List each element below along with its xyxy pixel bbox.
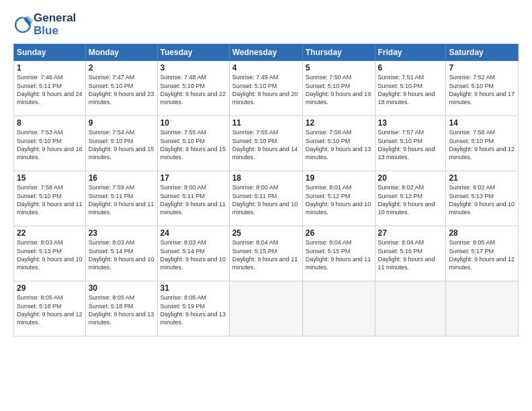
day-details: Sunrise: 7:55 AMSunset: 5:10 PMDaylight:… [161,128,226,161]
day-number: 16 [89,173,154,183]
day-number: 10 [161,118,226,128]
day-number: 15 [17,173,83,183]
day-details: Sunrise: 7:54 AMSunset: 5:10 PMDaylight:… [89,128,154,161]
day-details: Sunrise: 7:57 AMSunset: 5:10 PMDaylight:… [378,128,443,161]
day-details: Sunrise: 8:05 AMSunset: 5:18 PMDaylight:… [17,293,83,326]
day-details: Sunrise: 8:02 AMSunset: 5:12 PMDaylight:… [378,183,443,216]
weekday-header: Tuesday [157,44,229,61]
calendar-day-cell: 6Sunrise: 7:51 AMSunset: 5:10 PMDaylight… [375,61,446,116]
day-number: 25 [232,228,300,238]
day-number: 22 [17,228,83,238]
day-number: 6 [378,63,443,73]
calendar-day-cell: 1Sunrise: 7:46 AMSunset: 5:11 PMDaylight… [14,61,86,116]
day-number: 5 [306,63,372,73]
weekday-header: Wednesday [229,44,302,61]
weekday-header: Saturday [446,44,519,61]
weekday-header: Friday [375,44,446,61]
day-details: Sunrise: 8:03 AMSunset: 5:14 PMDaylight:… [89,238,154,271]
calendar-day-cell: 19Sunrise: 8:01 AMSunset: 5:12 PMDayligh… [302,171,375,226]
calendar-day-cell: 11Sunrise: 7:55 AMSunset: 5:10 PMDayligh… [229,116,302,171]
day-number: 11 [232,118,300,128]
logo-icon [13,15,32,34]
calendar-header-row: SundayMondayTuesdayWednesdayThursdayFrid… [14,44,519,61]
calendar-day-cell [375,281,446,336]
calendar-day-cell: 24Sunrise: 8:03 AMSunset: 5:14 PMDayligh… [157,226,229,281]
day-details: Sunrise: 7:55 AMSunset: 5:10 PMDaylight:… [232,128,300,161]
day-number: 12 [306,118,372,128]
day-details: Sunrise: 8:05 AMSunset: 5:19 PMDaylight:… [161,293,226,326]
day-number: 4 [232,63,300,73]
calendar-week-row: 1Sunrise: 7:46 AMSunset: 5:11 PMDaylight… [14,61,519,116]
day-details: Sunrise: 7:51 AMSunset: 5:10 PMDaylight:… [378,73,443,106]
logo-text-line2: Blue [34,25,76,38]
calendar-day-cell: 20Sunrise: 8:02 AMSunset: 5:12 PMDayligh… [375,171,446,226]
day-details: Sunrise: 7:56 AMSunset: 5:10 PMDaylight:… [306,128,372,161]
calendar-day-cell: 16Sunrise: 7:59 AMSunset: 5:11 PMDayligh… [85,171,157,226]
calendar-week-row: 22Sunrise: 8:03 AMSunset: 5:13 PMDayligh… [14,226,519,281]
day-number: 27 [378,228,443,238]
day-number: 3 [161,63,226,73]
calendar-day-cell: 31Sunrise: 8:05 AMSunset: 5:19 PMDayligh… [157,281,229,336]
weekday-header: Sunday [14,44,86,61]
day-details: Sunrise: 8:00 AMSunset: 5:11 PMDaylight:… [161,183,226,216]
day-number: 21 [449,173,515,183]
calendar-day-cell: 5Sunrise: 7:50 AMSunset: 5:10 PMDaylight… [302,61,375,116]
calendar-week-row: 29Sunrise: 8:05 AMSunset: 5:18 PMDayligh… [14,281,519,336]
day-number: 13 [378,118,443,128]
day-details: Sunrise: 7:53 AMSunset: 5:10 PMDaylight:… [17,128,83,161]
day-number: 19 [306,173,372,183]
day-number: 29 [17,283,83,293]
calendar-week-row: 15Sunrise: 7:58 AMSunset: 5:10 PMDayligh… [14,171,519,226]
calendar-day-cell: 22Sunrise: 8:03 AMSunset: 5:13 PMDayligh… [14,226,86,281]
day-details: Sunrise: 8:04 AMSunset: 5:16 PMDaylight:… [378,238,443,271]
weekday-header: Monday [85,44,157,61]
day-details: Sunrise: 7:58 AMSunset: 5:10 PMDaylight:… [17,183,83,216]
calendar-day-cell: 13Sunrise: 7:57 AMSunset: 5:10 PMDayligh… [375,116,446,171]
calendar-day-cell: 12Sunrise: 7:56 AMSunset: 5:10 PMDayligh… [302,116,375,171]
logo-text-line1: General [34,12,76,25]
calendar-day-cell: 7Sunrise: 7:52 AMSunset: 5:10 PMDaylight… [446,61,519,116]
weekday-header: Thursday [302,44,375,61]
day-number: 20 [378,173,443,183]
calendar-day-cell: 23Sunrise: 8:03 AMSunset: 5:14 PMDayligh… [85,226,157,281]
day-number: 31 [161,283,226,293]
calendar-day-cell: 3Sunrise: 7:48 AMSunset: 5:10 PMDaylight… [157,61,229,116]
day-number: 14 [449,118,515,128]
calendar-day-cell: 14Sunrise: 7:58 AMSunset: 5:10 PMDayligh… [446,116,519,171]
calendar-day-cell [446,281,519,336]
day-details: Sunrise: 7:50 AMSunset: 5:10 PMDaylight:… [306,73,372,106]
day-details: Sunrise: 7:48 AMSunset: 5:10 PMDaylight:… [161,73,226,106]
day-details: Sunrise: 7:58 AMSunset: 5:10 PMDaylight:… [449,128,515,161]
calendar-day-cell: 21Sunrise: 8:02 AMSunset: 5:13 PMDayligh… [446,171,519,226]
day-details: Sunrise: 7:59 AMSunset: 5:11 PMDaylight:… [89,183,154,216]
day-number: 26 [306,228,372,238]
calendar-day-cell: 30Sunrise: 8:05 AMSunset: 5:18 PMDayligh… [85,281,157,336]
day-details: Sunrise: 8:05 AMSunset: 5:18 PMDaylight:… [89,293,154,326]
day-details: Sunrise: 8:01 AMSunset: 5:12 PMDaylight:… [306,183,372,216]
day-details: Sunrise: 8:05 AMSunset: 5:17 PMDaylight:… [449,238,515,271]
day-number: 18 [232,173,300,183]
calendar-page: General Blue SundayMondayTuesdayWednesda… [0,0,532,411]
day-details: Sunrise: 7:49 AMSunset: 5:10 PMDaylight:… [232,73,300,106]
calendar-table: SundayMondayTuesdayWednesdayThursdayFrid… [13,44,519,336]
header: General Blue [13,12,519,37]
day-number: 2 [89,63,154,73]
day-number: 28 [449,228,515,238]
calendar-day-cell: 2Sunrise: 7:47 AMSunset: 5:10 PMDaylight… [85,61,157,116]
day-details: Sunrise: 8:03 AMSunset: 5:14 PMDaylight:… [161,238,226,271]
calendar-day-cell: 27Sunrise: 8:04 AMSunset: 5:16 PMDayligh… [375,226,446,281]
calendar-day-cell: 28Sunrise: 8:05 AMSunset: 5:17 PMDayligh… [446,226,519,281]
day-details: Sunrise: 7:47 AMSunset: 5:10 PMDaylight:… [89,73,154,106]
calendar-day-cell: 25Sunrise: 8:04 AMSunset: 5:15 PMDayligh… [229,226,302,281]
calendar-day-cell: 9Sunrise: 7:54 AMSunset: 5:10 PMDaylight… [85,116,157,171]
calendar-day-cell: 10Sunrise: 7:55 AMSunset: 5:10 PMDayligh… [157,116,229,171]
calendar-day-cell: 26Sunrise: 8:04 AMSunset: 5:15 PMDayligh… [302,226,375,281]
calendar-day-cell [302,281,375,336]
day-number: 7 [449,63,515,73]
day-details: Sunrise: 8:04 AMSunset: 5:15 PMDaylight:… [306,238,372,271]
day-number: 23 [89,228,154,238]
calendar-day-cell: 8Sunrise: 7:53 AMSunset: 5:10 PMDaylight… [14,116,86,171]
calendar-day-cell: 17Sunrise: 8:00 AMSunset: 5:11 PMDayligh… [157,171,229,226]
day-number: 9 [89,118,154,128]
calendar-day-cell: 29Sunrise: 8:05 AMSunset: 5:18 PMDayligh… [14,281,86,336]
